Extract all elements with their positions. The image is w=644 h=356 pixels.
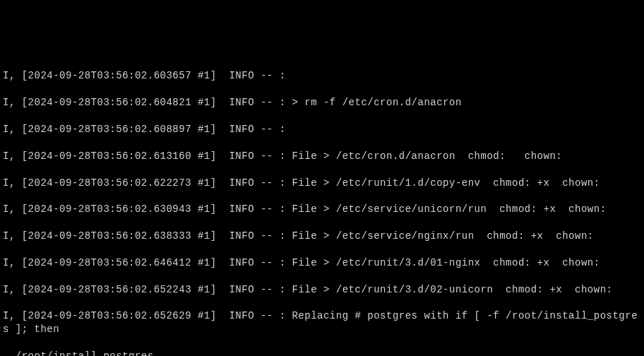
log-line: I, [2024-09-28T03:56:02.603657 #1] INFO … [3, 69, 641, 83]
log-line: I, [2024-09-28T03:56:02.652243 #1] INFO … [3, 283, 641, 297]
log-line: I, [2024-09-28T03:56:02.622273 #1] INFO … [3, 177, 641, 190]
log-line: I, [2024-09-28T03:56:02.608897 #1] INFO … [3, 123, 641, 136]
log-line: I, [2024-09-28T03:56:02.613160 #1] INFO … [3, 150, 641, 163]
log-line: I, [2024-09-28T03:56:02.646412 #1] INFO … [3, 256, 641, 270]
log-line: I, [2024-09-28T03:56:02.638333 #1] INFO … [3, 230, 641, 243]
log-line: I, [2024-09-28T03:56:02.604821 #1] INFO … [3, 96, 641, 109]
log-line: I, [2024-09-28T03:56:02.630943 #1] INFO … [3, 203, 641, 216]
log-line: I, [2024-09-28T03:56:02.652629 #1] INFO … [3, 309, 641, 336]
log-line: /root/install_postgres [3, 350, 641, 356]
terminal-output: I, [2024-09-28T03:56:02.603657 #1] INFO … [3, 57, 641, 356]
